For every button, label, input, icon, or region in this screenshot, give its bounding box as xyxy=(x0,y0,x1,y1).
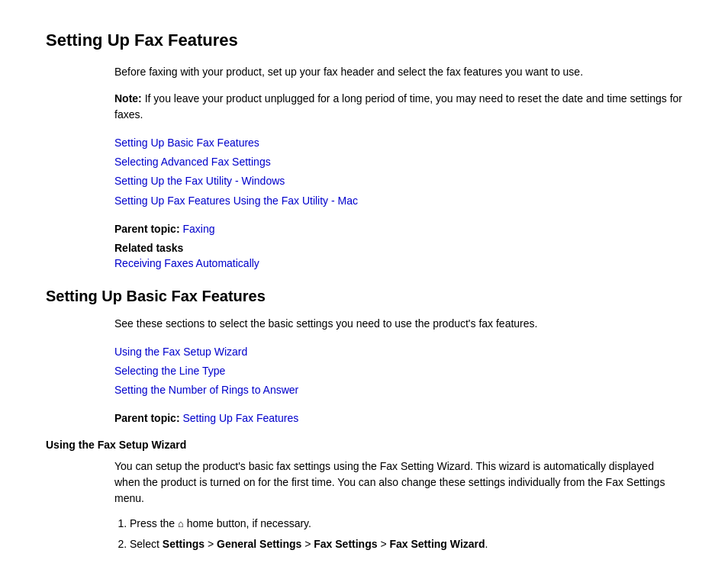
section2-parent-topic: Parent topic: Setting Up Fax Features xyxy=(114,410,682,426)
section1-title: Setting Up Fax Features xyxy=(46,31,682,50)
section2-content: See these sections to select the basic s… xyxy=(114,316,682,427)
link-setting-number-rings[interactable]: Setting the Number of Rings to Answer xyxy=(114,381,682,400)
section2-parent-topic-label: Parent topic: xyxy=(114,412,180,424)
page-content: Setting Up Fax Features Before faxing wi… xyxy=(46,31,682,563)
link-setting-up-fax-utility-windows[interactable]: Setting Up the Fax Utility - Windows xyxy=(114,172,682,191)
section-setting-up-fax-features: Setting Up Fax Features Before faxing wi… xyxy=(46,31,682,269)
section1-note: Note: If you leave your product unplugge… xyxy=(114,91,682,123)
section2-parent-topic-link[interactable]: Setting Up Fax Features xyxy=(182,412,298,424)
related-tasks-link-container: Receiving Faxes Automatically xyxy=(114,257,682,269)
step-2: Select Settings > General Settings > Fax… xyxy=(130,536,682,552)
step2-fax-settings: Fax Settings xyxy=(314,538,377,550)
section3-title: Using the Fax Setup Wizard xyxy=(46,439,682,451)
section1-parent-topic: Parent topic: Faxing xyxy=(114,221,682,237)
related-tasks-receiving-faxes-link[interactable]: Receiving Faxes Automatically xyxy=(114,257,259,269)
section2-links: Using the Fax Setup Wizard Selecting the… xyxy=(114,343,682,401)
parent-topic-faxing-link[interactable]: Faxing xyxy=(182,223,214,235)
section3-body: You can setup the product's basic fax se… xyxy=(114,458,682,507)
home-icon: ⌂ xyxy=(178,518,184,529)
step2-fax-setting-wizard: Fax Setting Wizard xyxy=(389,538,485,550)
link-using-fax-setup-wizard[interactable]: Using the Fax Setup Wizard xyxy=(114,343,682,362)
note-text: If you leave your product unplugged for … xyxy=(114,92,682,121)
section1-content: Before faxing with your product, set up … xyxy=(114,64,682,269)
link-selecting-advanced-fax-settings[interactable]: Selecting Advanced Fax Settings xyxy=(114,153,682,172)
section2-intro: See these sections to select the basic s… xyxy=(114,316,682,332)
related-tasks-label: Related tasks xyxy=(114,242,682,254)
section2-title: Setting Up Basic Fax Features xyxy=(46,288,682,305)
section-basic-fax-features: Setting Up Basic Fax Features See these … xyxy=(46,288,682,427)
section1-links: Setting Up Basic Fax Features Selecting … xyxy=(114,134,682,211)
section3-steps: Press the ⌂ home button, if necessary. S… xyxy=(130,516,682,552)
parent-topic-label: Parent topic: xyxy=(114,223,180,235)
step2-general-settings: General Settings xyxy=(217,538,301,550)
link-setting-up-fax-utility-mac[interactable]: Setting Up Fax Features Using the Fax Ut… xyxy=(114,191,682,211)
link-setting-up-basic-fax-features[interactable]: Setting Up Basic Fax Features xyxy=(114,134,682,153)
section1-intro: Before faxing with your product, set up … xyxy=(114,64,682,80)
section3-content: You can setup the product's basic fax se… xyxy=(114,458,682,552)
section-using-fax-setup-wizard: Using the Fax Setup Wizard You can setup… xyxy=(46,439,682,552)
step-1: Press the ⌂ home button, if necessary. xyxy=(130,516,682,532)
note-label: Note: xyxy=(114,92,142,105)
link-selecting-line-type[interactable]: Selecting the Line Type xyxy=(114,362,682,381)
step2-settings: Settings xyxy=(163,538,205,550)
